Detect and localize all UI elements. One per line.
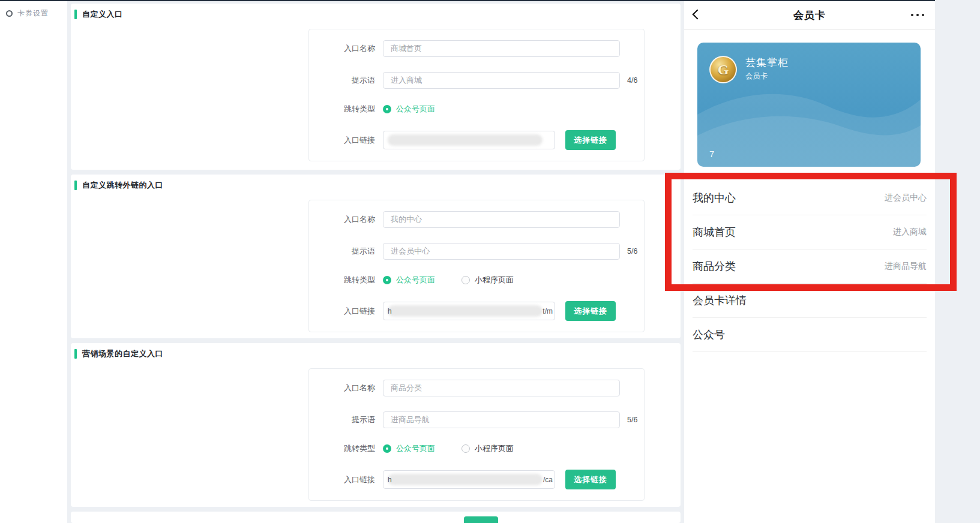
jump-type-label: 跳转类型 bbox=[317, 275, 375, 285]
jump-type-radio-group: 公众号页面 bbox=[383, 104, 435, 115]
jump-type-radio-group: 公众号页面 小程序页面 bbox=[383, 275, 514, 285]
entry-form-panel: 入口名称 提示语 4/6 跳转类型 公众号页面 入口链接 选择链 bbox=[308, 29, 645, 161]
menu-item-card-detail[interactable]: 会员卡详情 bbox=[693, 284, 927, 318]
radio-miniprogram-page[interactable]: 小程序页面 bbox=[461, 275, 514, 285]
membership-card-preview: G 芸集掌柜 会员卡 7 bbox=[697, 43, 921, 167]
menu-item-my-center[interactable]: 我的中心 进会员中心 bbox=[693, 181, 927, 215]
section-custom-external-link-entry: 自定义跳转外链的入口 入口名称 提示语 5/6 跳转类型 公众号页面 小程序页面 bbox=[71, 175, 681, 338]
radio-selected-icon bbox=[383, 444, 391, 453]
sidebar-item-card-coupon-settings[interactable]: 卡券设置 bbox=[0, 1, 67, 19]
jump-type-label: 跳转类型 bbox=[317, 104, 375, 115]
tip-input[interactable] bbox=[383, 411, 620, 428]
entry-form-panel: 入口名称 提示语 5/6 跳转类型 公众号页面 小程序页面 入口链接 bbox=[308, 368, 645, 501]
card-wave-decoration bbox=[697, 79, 921, 167]
radio-official-account-page[interactable]: 公众号页面 bbox=[383, 443, 435, 454]
section-custom-entry: 自定义入口 入口名称 提示语 4/6 跳转类型 公众号页面 入口链接 bbox=[71, 4, 681, 170]
char-counter: 5/6 bbox=[627, 247, 637, 256]
entry-menu-list: 我的中心 进会员中心 商城首页 进入商城 商品分类 进商品导航 会员卡详情 公众… bbox=[684, 181, 935, 352]
card-type-label: 会员卡 bbox=[745, 71, 768, 82]
entry-link-label: 入口链接 bbox=[317, 306, 375, 317]
brand-logo-icon: G bbox=[709, 56, 737, 83]
tip-label: 提示语 bbox=[317, 414, 375, 425]
select-link-button[interactable]: 选择链接 bbox=[565, 470, 616, 489]
entry-name-label: 入口名称 bbox=[317, 383, 375, 393]
jump-type-label: 跳转类型 bbox=[317, 443, 375, 454]
jump-type-radio-group: 公众号页面 小程序页面 bbox=[383, 443, 514, 454]
entry-name-input[interactable] bbox=[383, 380, 620, 396]
section-title: 自定义入口 bbox=[74, 9, 123, 20]
radio-unselected-icon bbox=[461, 276, 470, 284]
entry-name-input[interactable] bbox=[383, 211, 620, 228]
radio-official-account-page[interactable]: 公众号页面 bbox=[383, 275, 435, 285]
tip-input[interactable] bbox=[383, 243, 620, 260]
redacted-link-blur bbox=[388, 474, 543, 485]
menu-item-product-category[interactable]: 商品分类 进商品导航 bbox=[693, 250, 927, 284]
redacted-link-blur bbox=[388, 134, 543, 146]
entry-name-input[interactable] bbox=[383, 40, 620, 57]
radio-unselected-icon bbox=[461, 444, 470, 453]
select-link-button[interactable]: 选择链接 bbox=[565, 130, 616, 150]
entry-link-label: 入口链接 bbox=[317, 135, 375, 146]
sidebar-item-label: 卡券设置 bbox=[17, 8, 49, 19]
radio-selected-icon bbox=[383, 276, 391, 284]
char-counter: 5/6 bbox=[627, 416, 637, 424]
select-link-button[interactable]: 选择链接 bbox=[565, 301, 616, 321]
card-corner-number: 7 bbox=[709, 149, 714, 159]
radio-selected-icon bbox=[383, 105, 391, 113]
entry-form-panel: 入口名称 提示语 5/6 跳转类型 公众号页面 小程序页面 入口链接 bbox=[308, 200, 645, 332]
menu-item-official-account[interactable]: 公众号 bbox=[693, 318, 927, 352]
radio-icon bbox=[6, 10, 13, 17]
mobile-header: 会员卡 bbox=[684, 0, 935, 30]
entry-name-label: 入口名称 bbox=[317, 214, 375, 225]
section-marketing-custom-entry: 营销场景的自定义入口 入口名称 提示语 5/6 跳转类型 公众号页面 小程序页面 bbox=[71, 343, 681, 507]
section-title-bar bbox=[74, 10, 77, 19]
tip-label: 提示语 bbox=[317, 246, 375, 257]
entry-link-label: 入口链接 bbox=[317, 474, 375, 485]
bottom-action-bar bbox=[71, 512, 681, 523]
char-counter: 4/6 bbox=[627, 76, 637, 85]
menu-item-mall-home[interactable]: 商城首页 进入商城 bbox=[693, 215, 927, 250]
mobile-page-title: 会员卡 bbox=[684, 0, 935, 30]
brand-name: 芸集掌柜 bbox=[745, 56, 789, 70]
sidebar: 卡券设置 bbox=[0, 1, 67, 523]
section-title: 自定义跳转外链的入口 bbox=[74, 180, 163, 191]
redacted-link-blur bbox=[388, 305, 543, 317]
save-button[interactable] bbox=[464, 516, 498, 523]
tip-label: 提示语 bbox=[317, 75, 375, 86]
entry-link-input[interactable]: h /ca bbox=[383, 470, 555, 489]
entry-link-input[interactable] bbox=[383, 131, 555, 149]
window-top-divider bbox=[0, 0, 935, 1]
section-title-bar bbox=[74, 349, 77, 359]
section-title: 营销场景的自定义入口 bbox=[74, 348, 163, 359]
section-title-bar bbox=[74, 181, 77, 190]
radio-official-account-page[interactable]: 公众号页面 bbox=[383, 104, 435, 115]
entry-name-label: 入口名称 bbox=[317, 43, 375, 54]
mobile-preview-panel: 会员卡 G 芸集掌柜 会员卡 7 我的中心 进会员中心 商城首页 进入商城 商品… bbox=[684, 0, 935, 523]
tip-input[interactable] bbox=[383, 72, 620, 89]
more-icon[interactable] bbox=[911, 14, 924, 16]
entry-link-input[interactable]: h t/m bbox=[383, 302, 555, 320]
radio-miniprogram-page[interactable]: 小程序页面 bbox=[461, 443, 514, 454]
